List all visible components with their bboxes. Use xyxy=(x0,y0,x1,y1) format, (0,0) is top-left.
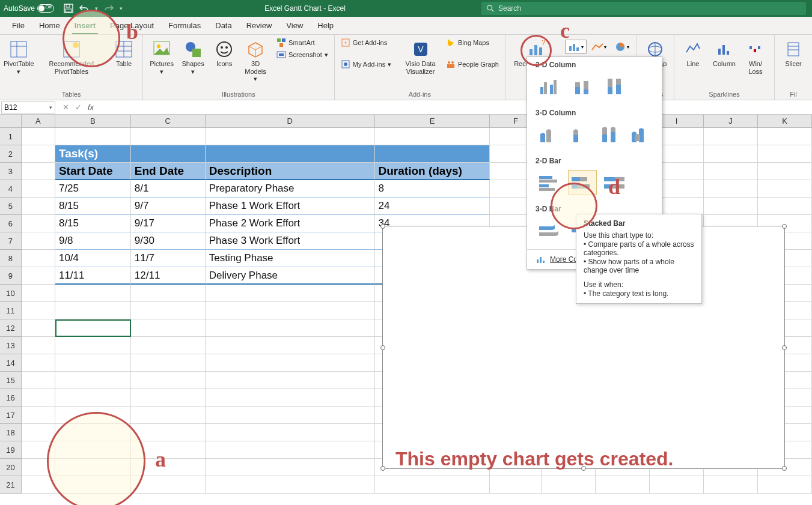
shapes-button[interactable]: Shapes▾ xyxy=(178,37,208,76)
colhead-D[interactable]: D xyxy=(206,115,375,127)
cell[interactable] xyxy=(758,145,812,163)
rowhead-12[interactable]: 12 xyxy=(0,319,22,337)
cell[interactable] xyxy=(375,128,490,145)
cell[interactable]: 8/15 xyxy=(55,198,131,215)
cell[interactable] xyxy=(55,372,131,389)
tab-formulas[interactable]: Formulas xyxy=(161,17,208,34)
rowhead-16[interactable]: 16 xyxy=(0,389,22,407)
cell[interactable] xyxy=(131,285,206,302)
cell[interactable] xyxy=(206,128,375,145)
cell[interactable] xyxy=(55,319,131,337)
rowhead-11[interactable]: 11 xyxy=(0,302,22,319)
cell[interactable] xyxy=(131,319,206,337)
cell[interactable] xyxy=(55,128,131,145)
cell[interactable] xyxy=(131,424,206,441)
cell[interactable] xyxy=(206,389,375,407)
cell[interactable] xyxy=(22,389,55,407)
cell[interactable] xyxy=(55,354,131,372)
cell[interactable]: Phase 2 Work Effort xyxy=(206,215,375,232)
bing-maps-button[interactable]: Bing Maps xyxy=(444,37,501,48)
stacked-bar-option[interactable] xyxy=(568,170,597,195)
cell[interactable] xyxy=(206,145,375,163)
cell[interactable]: 9/30 xyxy=(131,232,206,250)
3d-column-option[interactable] xyxy=(627,122,654,147)
icons-button[interactable]: Icons xyxy=(209,37,239,69)
cell[interactable] xyxy=(22,198,55,215)
3d-models-button[interactable]: 3D Models▾ xyxy=(240,37,270,84)
cell[interactable]: 11/11 xyxy=(55,267,131,285)
cell[interactable] xyxy=(758,198,812,215)
cell[interactable] xyxy=(55,424,131,441)
cancel-icon[interactable]: ✕ xyxy=(63,103,69,112)
cell[interactable]: 7/25 xyxy=(55,180,131,198)
colhead-K[interactable]: K xyxy=(758,115,812,127)
people-graph-button[interactable]: People Graph xyxy=(444,59,501,70)
rowhead-9[interactable]: 9 xyxy=(0,267,22,285)
colhead-J[interactable]: J xyxy=(704,115,758,127)
redo-icon[interactable] xyxy=(104,4,114,13)
cell[interactable] xyxy=(55,302,131,319)
cell[interactable] xyxy=(131,337,206,354)
100-stacked-column-option[interactable] xyxy=(600,74,629,99)
colhead-A[interactable]: A xyxy=(22,115,55,127)
spreadsheet-grid[interactable]: A B C D E F G H I J K 12Task(s)3Start Da… xyxy=(0,115,812,494)
tab-file[interactable]: File xyxy=(5,17,32,34)
cell[interactable] xyxy=(650,476,704,494)
pictures-button[interactable]: Pictures▾ xyxy=(147,37,177,76)
rowhead-6[interactable]: 6 xyxy=(0,215,22,232)
cell[interactable] xyxy=(131,476,206,494)
cell[interactable] xyxy=(758,128,812,145)
cell[interactable]: Delivery Phase xyxy=(206,267,375,285)
cell[interactable] xyxy=(22,424,55,441)
cell[interactable]: 9/17 xyxy=(131,215,206,232)
cell[interactable] xyxy=(22,232,55,250)
clustered-bar-option[interactable] xyxy=(536,170,564,195)
cell[interactable] xyxy=(206,354,375,372)
pivottable-button[interactable]: PivotTable▾ xyxy=(4,37,34,76)
cell[interactable] xyxy=(375,145,490,163)
cell[interactable] xyxy=(206,476,375,494)
cell[interactable] xyxy=(375,476,490,494)
rowhead-13[interactable]: 13 xyxy=(0,337,22,354)
cell[interactable] xyxy=(758,476,812,494)
cell[interactable]: Task(s) xyxy=(55,145,131,163)
rowhead-3[interactable]: 3 xyxy=(0,163,22,180)
autosave-toggle[interactable]: AutoSave Off xyxy=(0,4,58,13)
cell[interactable] xyxy=(55,407,131,424)
cell[interactable]: Duration (days) xyxy=(375,163,490,180)
cell[interactable]: Description xyxy=(206,163,375,180)
clustered-column-option[interactable] xyxy=(536,74,564,99)
cell[interactable]: 9/7 xyxy=(131,198,206,215)
select-all-corner[interactable] xyxy=(0,115,22,127)
cell[interactable] xyxy=(131,389,206,407)
formula-input[interactable] xyxy=(100,101,812,113)
cell[interactable]: 24 xyxy=(375,198,490,215)
cell[interactable] xyxy=(22,337,55,354)
cell[interactable] xyxy=(55,459,131,476)
cell[interactable] xyxy=(758,180,812,198)
enter-icon[interactable]: ✓ xyxy=(75,103,82,112)
cell[interactable] xyxy=(206,337,375,354)
rowhead-19[interactable]: 19 xyxy=(0,441,22,459)
cell[interactable]: Phase 1 Work Effort xyxy=(206,198,375,215)
recommended-pivottables-button[interactable]: Recommended PivotTables xyxy=(35,37,108,76)
stacked-column-option[interactable] xyxy=(568,74,597,99)
rowhead-21[interactable]: 21 xyxy=(0,476,22,494)
cell[interactable] xyxy=(55,337,131,354)
cell[interactable]: Phase 3 Work Effort xyxy=(206,232,375,250)
cell[interactable] xyxy=(704,180,758,198)
cell[interactable] xyxy=(55,389,131,407)
cell[interactable] xyxy=(22,407,55,424)
my-addins-button[interactable]: My Add-ins ▾ xyxy=(338,59,394,70)
rowhead-20[interactable]: 20 xyxy=(0,459,22,476)
tab-review[interactable]: Review xyxy=(239,17,279,34)
search-box[interactable]: Search xyxy=(481,2,806,15)
cell[interactable] xyxy=(206,285,375,302)
cell[interactable] xyxy=(22,180,55,198)
cell[interactable] xyxy=(704,128,758,145)
cell[interactable] xyxy=(22,163,55,180)
smartart-button[interactable]: SmartArt xyxy=(274,37,331,48)
cell[interactable] xyxy=(131,407,206,424)
sparkline-column-button[interactable]: Column xyxy=(709,37,739,69)
tab-data[interactable]: Data xyxy=(208,17,239,34)
